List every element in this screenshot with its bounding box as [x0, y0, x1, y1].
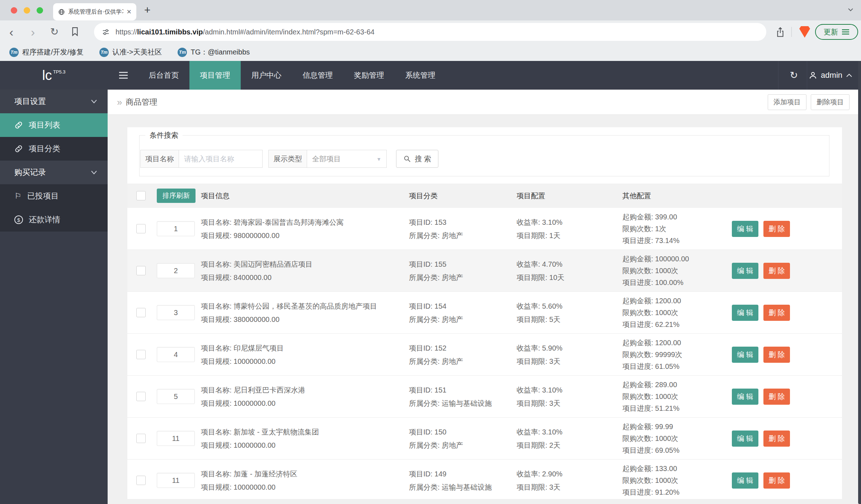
project-config-cell: 收益率: 5.90% 项目期限: 3天	[517, 334, 563, 376]
nav-item[interactable]: 信息管理	[292, 61, 343, 90]
bookmark-item[interactable]: Tm认准->天美社区	[99, 47, 162, 57]
sort-order-input[interactable]: 4	[157, 347, 195, 362]
project-info-cell: 项目名称: 尼日利亚巴卡西深水港 项目规模: 10000000.00	[201, 376, 305, 418]
brave-shield-icon[interactable]	[799, 26, 810, 38]
project-info-cell: 项目名称: 加蓬 - 加蓬经济特区 项目规模: 10000000.00	[201, 460, 297, 499]
project-category-cell: 项目ID: 154 所属分类: 房地产	[409, 292, 463, 334]
browser-tab[interactable]: 系统管理后台·仅供学习研究， ×	[53, 3, 136, 20]
forward-icon[interactable]: ›	[31, 26, 35, 38]
sort-order-input[interactable]: 3	[157, 305, 195, 320]
sidebar-item-项目分类[interactable]: 项目分类	[0, 137, 108, 161]
row-checkbox[interactable]	[136, 392, 146, 401]
row-checkbox[interactable]	[136, 350, 146, 359]
project-other-cell: 起购金额: 289.00 限购次数: 1000次 项目进度: 51.21%	[622, 376, 679, 418]
sort-order-input[interactable]: 1	[157, 221, 195, 236]
project-min-amount: 起购金额: 399.00	[622, 212, 679, 222]
bookmark-label: TG：@tianmeibbs	[190, 47, 250, 57]
delete-button[interactable]: 删 除	[763, 389, 790, 405]
new-tab-button[interactable]: +	[144, 4, 151, 16]
close-window-button[interactable]	[11, 7, 17, 14]
project-category: 所属分类: 房地产	[409, 273, 463, 282]
sort-order-input[interactable]: 11	[157, 431, 195, 446]
project-other-cell: 起购金额: 100000.00 限购次数: 1000次 项目进度: 100.00…	[622, 250, 689, 292]
project-duration: 项目期限: 5天	[517, 315, 563, 324]
sort-order-input[interactable]: 5	[157, 389, 195, 404]
edit-button[interactable]: 编 辑	[732, 263, 758, 279]
project-progress: 项目进度: 100.00%	[622, 278, 689, 287]
project-list-card: 条件搜索 项目名称 展示类型 全部项目 ▼ 搜 索 排序刷新 项目信息 项目分类…	[127, 127, 842, 499]
row-checkbox[interactable]	[136, 434, 146, 443]
nav-item[interactable]: 系统管理	[395, 61, 446, 90]
delete-project-button[interactable]: 删除项目	[811, 94, 850, 110]
row-checkbox[interactable]	[136, 476, 146, 485]
toolbar-divider	[791, 27, 792, 37]
edit-button[interactable]: 编 辑	[732, 389, 758, 405]
bookmark-icon[interactable]	[70, 26, 80, 37]
flag-icon: ⚐	[14, 192, 22, 200]
display-type-select[interactable]: 全部项目 ▼	[307, 150, 387, 168]
window-scrollbar[interactable]	[858, 61, 861, 504]
edit-button[interactable]: 编 辑	[732, 472, 758, 489]
delete-button[interactable]: 删 除	[763, 221, 790, 237]
url-text: https://licai101.timibbs.vip/admin.html#…	[116, 28, 375, 36]
edit-button[interactable]: 编 辑	[732, 221, 758, 237]
row-checkbox[interactable]	[136, 266, 146, 275]
user-menu[interactable]: admin	[809, 61, 852, 90]
delete-button[interactable]: 删 除	[763, 263, 790, 279]
project-category-cell: 项目ID: 152 所属分类: 房地产	[409, 334, 463, 376]
row-checkbox[interactable]	[136, 224, 146, 233]
nav-item[interactable]: 用户中心	[241, 61, 292, 90]
project-limit: 限购次数: 1000次	[622, 476, 679, 485]
sidebar-toggle-icon[interactable]	[118, 71, 128, 80]
project-config-cell: 收益率: 3.10% 项目期限: 1天	[517, 208, 563, 250]
sidebar-item-还款详情[interactable]: $还款详情	[0, 208, 108, 232]
edit-button[interactable]: 编 辑	[732, 305, 758, 321]
share-icon[interactable]	[776, 27, 785, 38]
nav-item[interactable]: 后台首页	[138, 61, 189, 90]
chevron-down-icon: ▼	[376, 156, 381, 162]
delete-button[interactable]: 删 除	[763, 431, 790, 447]
tab-title: 系统管理后台·仅供学习研究，	[68, 8, 123, 16]
sidebar-item-已投项目[interactable]: ⚐已投项目	[0, 184, 108, 208]
project-min-amount: 起购金额: 133.00	[622, 464, 679, 474]
sort-order-input[interactable]: 11	[157, 473, 195, 488]
sidebar-item-项目列表[interactable]: 项目列表	[0, 113, 108, 137]
search-button[interactable]: 搜 索	[396, 150, 438, 168]
browser-menu-icon[interactable]	[842, 29, 850, 35]
delete-button[interactable]: 删 除	[763, 305, 790, 321]
row-checkbox[interactable]	[136, 308, 146, 317]
back-icon[interactable]: ‹	[9, 26, 13, 38]
sidebar-group-购买记录[interactable]: 购买记录	[0, 161, 108, 184]
project-category-cell: 项目ID: 153 所属分类: 房地产	[409, 208, 463, 250]
delete-button[interactable]: 删 除	[763, 347, 790, 363]
project-scale: 项目规模: 10000000.00	[201, 441, 319, 450]
tab-close-icon[interactable]: ×	[127, 8, 131, 16]
project-progress: 项目进度: 51.21%	[622, 404, 679, 413]
nav-item[interactable]: 项目管理	[189, 61, 241, 90]
project-name-input[interactable]	[179, 150, 263, 168]
reload-icon[interactable]: ↻	[50, 27, 58, 37]
project-name: 项目名称: 碧海家园-泰国普吉岛邦涛海滩公寓	[201, 218, 344, 227]
tune-icon[interactable]	[102, 28, 110, 36]
link-icon	[14, 144, 23, 153]
edit-button[interactable]: 编 辑	[732, 431, 758, 447]
tab-search-chevron-icon[interactable]	[847, 7, 854, 12]
browser-update-button[interactable]: 更新	[815, 24, 858, 40]
delete-button[interactable]: 删 除	[763, 472, 790, 489]
minimize-window-button[interactable]	[24, 7, 30, 14]
address-bar[interactable]: https://licai101.timibbs.vip/admin.html#…	[94, 23, 766, 41]
sidebar-group-项目设置[interactable]: 项目设置	[0, 90, 108, 113]
project-category: 所属分类: 运输与基础设施	[409, 482, 492, 492]
sort-refresh-button[interactable]: 排序刷新	[157, 189, 196, 203]
sort-order-input[interactable]: 2	[157, 263, 195, 278]
project-name: 项目名称: 印尼煤层气项目	[201, 343, 284, 353]
edit-button[interactable]: 编 辑	[732, 347, 758, 363]
nav-item[interactable]: 奖励管理	[343, 61, 395, 90]
add-project-button[interactable]: 添加项目	[768, 94, 806, 110]
bookmark-item[interactable]: Tm程序搭建/开发/修复	[9, 47, 84, 57]
bookmark-item[interactable]: TmTG：@tianmeibbs	[178, 47, 250, 57]
fullscreen-window-button[interactable]	[37, 7, 43, 14]
page-refresh-icon[interactable]: ↻	[790, 71, 798, 80]
select-all-checkbox[interactable]	[136, 191, 146, 200]
bookmark-label: 程序搭建/开发/修复	[22, 47, 84, 57]
